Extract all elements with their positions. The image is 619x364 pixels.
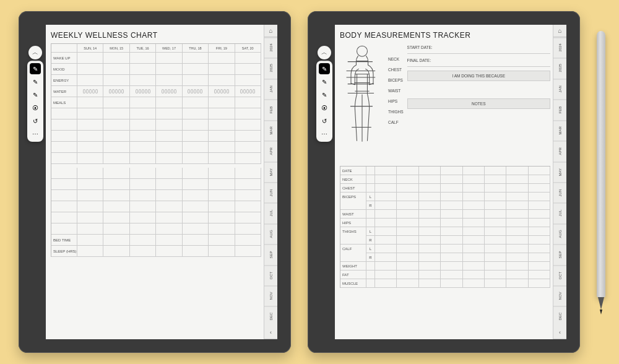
grid-cell[interactable] [366,167,375,175]
tab-month-jul[interactable]: JUL [264,202,277,223]
grid-cell[interactable] [485,245,506,253]
grid-cell[interactable]: DATE [340,167,366,175]
grid-cell[interactable] [156,108,182,119]
grid-cell[interactable] [485,175,506,184]
pen-tool-3[interactable]: ✎ [319,89,330,100]
grid-cell[interactable] [51,212,77,223]
grid-cell[interactable] [77,246,103,257]
grid-cell[interactable] [506,253,528,262]
grid-cell[interactable] [485,210,506,219]
grid-cell[interactable] [156,201,182,212]
tab-year-2024[interactable]: 2024 [553,37,566,58]
grid-cell[interactable] [441,279,462,288]
grid-cell[interactable] [209,190,235,201]
grid-cell[interactable] [51,153,77,164]
grid-cell[interactable] [397,184,418,193]
grid-cell[interactable] [103,86,129,97]
grid-cell[interactable] [156,168,182,179]
grid-cell[interactable] [375,167,397,175]
grid-cell[interactable] [77,201,103,212]
grid-cell[interactable] [51,131,77,142]
grid-cell[interactable] [209,179,235,190]
grid-cell[interactable] [529,210,550,219]
grid-cell[interactable] [529,175,550,184]
grid-cell[interactable] [463,262,485,271]
grid-cell[interactable]: CHEST [340,184,366,193]
grid-cell[interactable] [529,219,550,227]
grid-cell[interactable] [130,131,156,142]
measurements-grid[interactable]: DATENECKCHESTBICEPSLRWAISTHIPSTHIGHSLRCA… [340,166,550,288]
pen-tool-2[interactable]: ✎ [319,76,330,87]
tab-month-jan[interactable]: JAN [264,79,277,99]
grid-cell[interactable] [366,184,375,193]
grid-cell[interactable] [183,142,209,153]
grid-cell[interactable] [156,179,182,190]
grid-cell[interactable] [183,53,209,64]
grid-cell[interactable] [51,108,77,119]
grid-cell[interactable] [51,168,77,179]
grid-cell[interactable]: WAIST [340,210,366,219]
grid-cell[interactable] [77,97,103,108]
grid-cell[interactable] [485,279,506,288]
grid-cell[interactable] [419,184,441,193]
grid-cell[interactable] [463,219,485,227]
grid-cell[interactable] [397,271,418,279]
grid-cell[interactable] [419,271,441,279]
tab-month-oct[interactable]: OCT [264,265,277,285]
grid-cell[interactable] [485,271,506,279]
grid-cell[interactable] [235,201,261,212]
grid-cell[interactable] [463,184,485,193]
grid-cell[interactable] [441,167,462,175]
grid-cell[interactable] [130,246,156,257]
tab-year-2025[interactable]: 2025 [264,58,277,78]
grid-cell[interactable] [485,227,506,236]
grid-cell[interactable] [397,201,418,210]
grid-cell[interactable] [235,64,261,75]
grid-cell[interactable] [441,184,462,193]
grid-cell[interactable] [397,193,418,201]
grid-cell[interactable]: SUN, 14 [77,44,103,53]
grid-cell[interactable] [51,119,77,131]
grid-cell[interactable] [235,246,261,257]
grid-cell[interactable] [235,53,261,64]
grid-cell[interactable] [77,86,103,97]
grid-cell[interactable] [103,75,129,86]
grid-cell[interactable] [235,212,261,223]
tab-month-mar[interactable]: MAR [264,120,277,141]
grid-cell[interactable] [506,175,528,184]
grid-cell[interactable] [77,64,103,75]
grid-cell[interactable] [375,175,397,184]
grid-cell[interactable] [103,201,129,212]
grid-cell[interactable] [463,193,485,201]
grid-cell[interactable] [419,227,441,236]
grid-cell[interactable] [397,219,418,227]
grid-cell[interactable] [235,142,261,153]
grid-cell[interactable] [441,253,462,262]
grid-cell[interactable] [77,179,103,190]
grid-cell[interactable]: HIPS [340,219,366,227]
undo-tool[interactable]: ↺ [319,115,330,126]
grid-cell[interactable] [103,119,129,131]
tab-prev[interactable]: ‹ [264,327,277,339]
grid-cell[interactable] [463,279,485,288]
grid-cell[interactable] [51,179,77,190]
grid-cell[interactable] [130,235,156,246]
tab-month-jun[interactable]: JUN [553,182,566,202]
grid-cell[interactable] [235,190,261,201]
tab-month-oct[interactable]: OCT [553,265,566,285]
tab-month-sep[interactable]: SEP [553,244,566,264]
grid-cell[interactable] [77,212,103,223]
grid-cell[interactable] [441,175,462,184]
grid-cell[interactable]: MOOD [51,64,77,75]
grid-cell[interactable] [209,168,235,179]
grid-cell[interactable] [209,153,235,164]
grid-cell[interactable] [366,271,375,279]
grid-cell[interactable] [366,210,375,219]
grid-cell[interactable] [506,262,528,271]
grid-cell[interactable] [506,236,528,245]
grid-cell[interactable] [130,75,156,86]
grid-cell[interactable] [529,245,550,253]
grid-cell[interactable] [235,153,261,164]
grid-cell[interactable] [366,219,375,227]
grid-cell[interactable] [156,97,182,108]
